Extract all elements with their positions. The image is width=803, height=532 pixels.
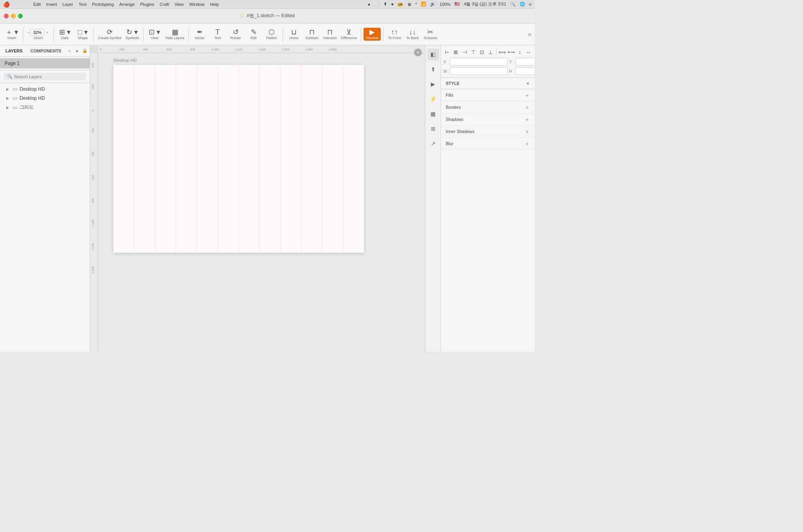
data-icon: ⊞ ▾ — [59, 29, 70, 36]
minimize-button[interactable] — [11, 14, 16, 18]
menu-help[interactable]: Help — [210, 2, 219, 7]
w-input[interactable] — [450, 67, 508, 75]
xy-row: X Y R — [443, 58, 532, 66]
play-icon-btn[interactable]: ▶ — [427, 78, 439, 90]
view-button[interactable]: ⊡ ▾ View — [146, 28, 163, 41]
to-front-button[interactable]: ↑↑ To Front — [386, 28, 403, 41]
search-layers-input[interactable] — [14, 74, 83, 79]
list-item[interactable]: ▶ ▭ Desktop HD — [0, 93, 90, 102]
menu-craft[interactable]: Craft — [160, 2, 169, 7]
add-fill-button[interactable]: ＋ — [524, 92, 530, 98]
subtract-button[interactable]: ⊓ Subtract — [303, 28, 320, 41]
zoom-dropdown[interactable]: 32% — [30, 29, 44, 36]
menu-layer[interactable]: Layer — [62, 2, 73, 7]
difference-icon: ⊻ — [346, 29, 351, 36]
grid-icon-btn[interactable]: ▦ — [427, 108, 439, 120]
menu-window[interactable]: Window — [189, 2, 205, 7]
style-dropdown-btn[interactable]: ▼ — [526, 81, 530, 86]
difference-button[interactable]: ⊻ Difference — [339, 28, 358, 41]
page-item[interactable]: Page 1 — [0, 58, 90, 68]
toolbar: ＋ ▾ Insert − 32% ＋ Zoom ⊞ ▾ Data □ ▾ Sha… — [0, 23, 535, 45]
add-layer-button[interactable]: ＋ — [67, 48, 72, 54]
menu-edit[interactable]: Edit — [33, 2, 41, 7]
distribute-v-btn[interactable]: ⟷ — [507, 48, 515, 56]
close-button[interactable] — [4, 14, 9, 18]
list-item[interactable]: ▶ ▭ 그리드 — [0, 102, 90, 112]
align-right-btn[interactable]: ⊣ — [461, 48, 468, 56]
svg-text:800: 800 — [190, 48, 195, 51]
add-page-button[interactable]: ＋ — [414, 49, 422, 56]
flatten-button[interactable]: ⬡ Flatten — [263, 28, 280, 41]
svg-text:1,200: 1,200 — [92, 243, 94, 250]
traffic-lights[interactable] — [4, 14, 23, 18]
list-item[interactable]: ▶ ▭ Desktop HD — [0, 84, 90, 93]
symbols-button[interactable]: ↻ ▾ Symbols — [124, 28, 141, 41]
scissors-button[interactable]: ✂ Scissors — [422, 28, 439, 41]
ruler-corner — [90, 45, 98, 53]
h-label: H — [509, 69, 515, 74]
menu-arrange[interactable]: Arrange — [119, 2, 135, 7]
menu-prototyping[interactable]: Prototyping — [92, 2, 114, 7]
data-button[interactable]: ⊞ ▾ Data — [56, 28, 73, 41]
collapse-panel-button[interactable]: ▲ — [75, 48, 79, 54]
toolbar-divider-4 — [143, 27, 144, 41]
align-left-btn[interactable]: ⊢ — [443, 48, 451, 56]
export2-icon-btn[interactable]: ↗ — [427, 138, 439, 149]
create-symbol-button[interactable]: ⟳ Create Symbol — [96, 28, 123, 41]
menu-view[interactable]: View — [175, 2, 184, 7]
borders-row: Borders ＋ — [441, 101, 535, 113]
grid-col — [155, 65, 176, 253]
hide-layout-button[interactable]: ▦ Hide Layout — [164, 28, 186, 41]
svg-text:0: 0 — [100, 48, 102, 51]
shape-button[interactable]: □ ▾ Shape — [74, 28, 91, 41]
layer-arrow-1: ▶ — [6, 87, 10, 91]
svg-text:200: 200 — [119, 48, 125, 51]
align-extra2-btn[interactable]: ↔ — [525, 48, 532, 56]
zoom-button[interactable]: − 32% ＋ Zoom — [25, 28, 51, 41]
intersect-button[interactable]: ⊓ Intersect — [321, 28, 338, 41]
menu-insert[interactable]: Insert — [46, 2, 57, 7]
toolbar-more[interactable]: » — [528, 31, 531, 38]
x-input[interactable] — [450, 58, 508, 66]
distribute-h-btn[interactable]: ⟺ — [499, 48, 506, 56]
rotate-button[interactable]: ↺ Rotate — [227, 28, 244, 41]
align-center-h-btn[interactable]: ⊠ — [452, 48, 459, 56]
image-icon-btn[interactable]: ⊞ — [427, 123, 439, 135]
add-blur-button[interactable]: ＋ — [524, 141, 530, 146]
insert-button[interactable]: ＋ ▾ Insert — [3, 28, 20, 41]
lightning-icon-btn[interactable]: ⚡ — [427, 93, 439, 105]
edit-button[interactable]: ✎ Edit — [245, 28, 262, 41]
x-group: X — [443, 58, 508, 66]
export-icon-btn[interactable]: ⬆ — [427, 63, 439, 75]
align-bottom-btn[interactable]: ⊥ — [487, 48, 494, 56]
pages-section: Page 1 — [0, 57, 90, 70]
add-border-button[interactable]: ＋ — [524, 104, 530, 110]
menu-items[interactable]: Edit Insert Layer Text Prototyping Arran… — [33, 2, 219, 7]
inspector-icon-btn[interactable]: ◧ — [427, 49, 439, 60]
lock-button[interactable]: 🔒 — [82, 48, 88, 54]
menu-plugins[interactable]: Plugins — [140, 2, 154, 7]
preview-button[interactable]: ▶ Preview — [364, 28, 381, 41]
tab-layers[interactable]: LAYERS — [4, 48, 24, 54]
artboard-label: Desktop HD — [113, 58, 137, 63]
maximize-button[interactable] — [18, 14, 23, 18]
blur-row: Blur ＋ — [441, 138, 535, 150]
add-inner-shadow-button[interactable]: ＋ — [524, 129, 530, 134]
add-shadow-button[interactable]: ＋ — [524, 117, 530, 122]
align-extra-btn[interactable]: ↕ — [516, 48, 524, 56]
align-top-btn[interactable]: ⊤ — [470, 48, 477, 56]
grid-icon: ▦ — [430, 111, 436, 117]
union-button[interactable]: ⊔ Union — [285, 28, 302, 41]
menu-text[interactable]: Text — [79, 2, 86, 7]
vector-button[interactable]: ✒ Vector — [191, 28, 208, 41]
artboard[interactable] — [113, 65, 364, 253]
grid-col — [281, 65, 301, 253]
to-back-button[interactable]: ↓↓ To Back — [404, 28, 421, 41]
h-input[interactable] — [515, 67, 535, 75]
view-icon: ⊡ ▾ — [149, 29, 160, 36]
tab-components[interactable]: COMPONENTS — [29, 48, 63, 54]
svg-text:1,800: 1,800 — [305, 48, 313, 51]
align-center-v-btn[interactable]: ⊡ — [478, 48, 486, 56]
y-input[interactable] — [515, 58, 535, 66]
text-button[interactable]: T Text — [209, 28, 226, 41]
